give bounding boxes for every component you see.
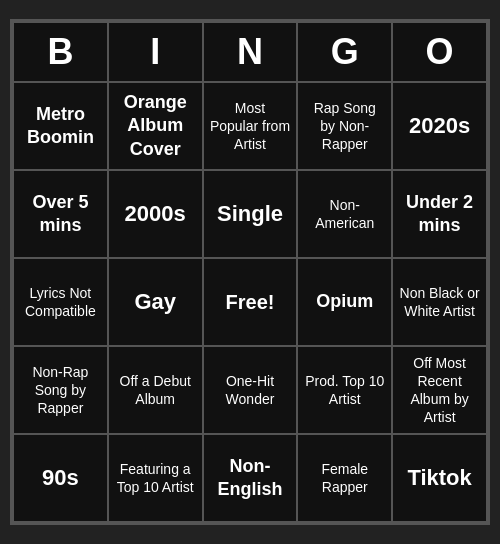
bingo-cell-16: Off a Debut Album <box>108 346 203 434</box>
bingo-cell-6: 2000s <box>108 170 203 258</box>
bingo-cell-0: Metro Boomin <box>13 82 108 170</box>
bingo-cell-7: Single <box>203 170 298 258</box>
header-letter-i: I <box>108 22 203 82</box>
bingo-cell-18: Prod. Top 10 Artist <box>297 346 392 434</box>
bingo-cell-17: One-Hit Wonder <box>203 346 298 434</box>
bingo-header: BINGO <box>13 22 487 82</box>
bingo-cell-13: Opium <box>297 258 392 346</box>
bingo-cell-4: 2020s <box>392 82 487 170</box>
header-letter-g: G <box>297 22 392 82</box>
header-letter-n: N <box>203 22 298 82</box>
bingo-cell-3: Rap Song by Non-Rapper <box>297 82 392 170</box>
bingo-cell-2: Most Popular from Artist <box>203 82 298 170</box>
bingo-cell-22: Non-English <box>203 434 298 522</box>
bingo-cell-1: Orange Album Cover <box>108 82 203 170</box>
bingo-cell-19: Off Most Recent Album by Artist <box>392 346 487 434</box>
bingo-cell-8: Non-American <box>297 170 392 258</box>
header-letter-o: O <box>392 22 487 82</box>
bingo-cell-11: Gay <box>108 258 203 346</box>
bingo-cell-10: Lyrics Not Compatible <box>13 258 108 346</box>
bingo-cell-21: Featuring a Top 10 Artist <box>108 434 203 522</box>
bingo-cell-14: Non Black or White Artist <box>392 258 487 346</box>
bingo-cell-20: 90s <box>13 434 108 522</box>
bingo-cell-23: Female Rapper <box>297 434 392 522</box>
bingo-cell-15: Non-Rap Song by Rapper <box>13 346 108 434</box>
bingo-cell-9: Under 2 mins <box>392 170 487 258</box>
bingo-cell-5: Over 5 mins <box>13 170 108 258</box>
bingo-cell-24: Tiktok <box>392 434 487 522</box>
bingo-grid: Metro BoominOrange Album CoverMost Popul… <box>13 82 487 522</box>
header-letter-b: B <box>13 22 108 82</box>
bingo-card: BINGO Metro BoominOrange Album CoverMost… <box>10 19 490 525</box>
bingo-cell-12: Free! <box>203 258 298 346</box>
